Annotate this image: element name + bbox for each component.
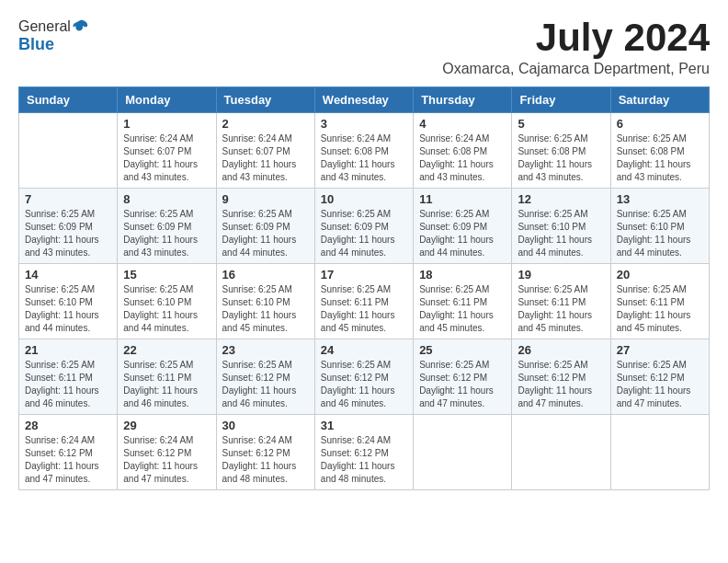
calendar-header-sunday: Sunday xyxy=(19,87,118,113)
day-number: 9 xyxy=(222,192,309,206)
logo-general-text: General xyxy=(18,18,71,35)
day-info: Sunrise: 6:25 AMSunset: 6:11 PMDaylight:… xyxy=(419,283,506,335)
day-info: Sunrise: 6:25 AMSunset: 6:11 PMDaylight:… xyxy=(321,283,407,335)
calendar-cell: 29Sunrise: 6:24 AMSunset: 6:12 PMDayligh… xyxy=(118,415,216,490)
calendar-cell: 9Sunrise: 6:25 AMSunset: 6:09 PMDaylight… xyxy=(216,189,314,264)
logo: General Blue xyxy=(18,18,89,54)
calendar-cell: 23Sunrise: 6:25 AMSunset: 6:12 PMDayligh… xyxy=(216,339,314,415)
day-number: 4 xyxy=(419,117,506,131)
day-info: Sunrise: 6:24 AMSunset: 6:07 PMDaylight:… xyxy=(222,132,309,184)
calendar-cell: 6Sunrise: 6:25 AMSunset: 6:08 PMDaylight… xyxy=(610,113,709,189)
logo-bird-icon xyxy=(73,18,89,35)
day-number: 18 xyxy=(419,268,506,282)
calendar-cell xyxy=(19,113,118,189)
day-number: 1 xyxy=(123,117,210,131)
day-info: Sunrise: 6:25 AMSunset: 6:12 PMDaylight:… xyxy=(518,359,604,410)
day-info: Sunrise: 6:25 AMSunset: 6:12 PMDaylight:… xyxy=(321,359,407,410)
day-number: 3 xyxy=(321,117,407,131)
day-info: Sunrise: 6:25 AMSunset: 6:12 PMDaylight:… xyxy=(617,359,703,410)
calendar-cell: 4Sunrise: 6:24 AMSunset: 6:08 PMDaylight… xyxy=(414,113,512,189)
day-number: 16 xyxy=(222,268,309,282)
calendar-cell: 25Sunrise: 6:25 AMSunset: 6:12 PMDayligh… xyxy=(414,339,512,415)
day-number: 30 xyxy=(222,419,309,432)
calendar-cell xyxy=(512,415,610,490)
calendar-cell: 3Sunrise: 6:24 AMSunset: 6:08 PMDaylight… xyxy=(314,113,413,189)
calendar-cell: 26Sunrise: 6:25 AMSunset: 6:12 PMDayligh… xyxy=(512,339,610,415)
calendar-cell: 11Sunrise: 6:25 AMSunset: 6:09 PMDayligh… xyxy=(414,189,512,264)
day-info: Sunrise: 6:25 AMSunset: 6:09 PMDaylight:… xyxy=(222,208,309,259)
day-number: 26 xyxy=(518,343,604,357)
day-number: 14 xyxy=(25,268,111,282)
day-number: 8 xyxy=(123,192,210,206)
day-number: 2 xyxy=(222,117,309,131)
day-number: 19 xyxy=(518,268,604,282)
day-info: Sunrise: 6:25 AMSunset: 6:09 PMDaylight:… xyxy=(123,208,210,259)
day-info: Sunrise: 6:25 AMSunset: 6:08 PMDaylight:… xyxy=(617,132,703,184)
day-info: Sunrise: 6:25 AMSunset: 6:10 PMDaylight:… xyxy=(617,208,703,259)
day-number: 24 xyxy=(321,343,407,357)
day-number: 5 xyxy=(518,117,604,131)
calendar-cell: 1Sunrise: 6:24 AMSunset: 6:07 PMDaylight… xyxy=(118,113,216,189)
day-number: 27 xyxy=(617,343,703,357)
day-number: 22 xyxy=(123,343,210,357)
calendar-cell: 16Sunrise: 6:25 AMSunset: 6:10 PMDayligh… xyxy=(216,264,314,339)
calendar-week-row: 14Sunrise: 6:25 AMSunset: 6:10 PMDayligh… xyxy=(19,264,710,339)
day-number: 13 xyxy=(617,192,703,206)
calendar-header-tuesday: Tuesday xyxy=(216,87,314,113)
calendar-cell: 7Sunrise: 6:25 AMSunset: 6:09 PMDaylight… xyxy=(19,189,118,264)
day-info: Sunrise: 6:25 AMSunset: 6:10 PMDaylight:… xyxy=(25,283,111,335)
day-info: Sunrise: 6:25 AMSunset: 6:11 PMDaylight:… xyxy=(25,359,111,410)
day-number: 25 xyxy=(419,343,506,357)
page-header: General Blue July 2024 Oxamarca, Cajamar… xyxy=(18,18,710,77)
calendar-cell: 22Sunrise: 6:25 AMSunset: 6:11 PMDayligh… xyxy=(118,339,216,415)
day-number: 31 xyxy=(321,419,407,432)
day-info: Sunrise: 6:25 AMSunset: 6:09 PMDaylight:… xyxy=(25,208,111,259)
day-info: Sunrise: 6:24 AMSunset: 6:12 PMDaylight:… xyxy=(222,434,309,486)
day-info: Sunrise: 6:24 AMSunset: 6:08 PMDaylight:… xyxy=(321,132,407,184)
day-info: Sunrise: 6:25 AMSunset: 6:12 PMDaylight:… xyxy=(419,359,506,410)
day-info: Sunrise: 6:25 AMSunset: 6:10 PMDaylight:… xyxy=(518,208,604,259)
calendar-cell xyxy=(610,415,709,490)
calendar-cell: 12Sunrise: 6:25 AMSunset: 6:10 PMDayligh… xyxy=(512,189,610,264)
calendar-cell: 10Sunrise: 6:25 AMSunset: 6:09 PMDayligh… xyxy=(314,189,413,264)
calendar-header-thursday: Thursday xyxy=(414,87,512,113)
calendar-week-row: 1Sunrise: 6:24 AMSunset: 6:07 PMDaylight… xyxy=(19,113,710,189)
calendar-cell: 28Sunrise: 6:24 AMSunset: 6:12 PMDayligh… xyxy=(19,415,118,490)
day-info: Sunrise: 6:25 AMSunset: 6:12 PMDaylight:… xyxy=(222,359,309,410)
day-number: 29 xyxy=(123,419,210,432)
calendar-cell: 15Sunrise: 6:25 AMSunset: 6:10 PMDayligh… xyxy=(118,264,216,339)
day-info: Sunrise: 6:25 AMSunset: 6:08 PMDaylight:… xyxy=(518,132,604,184)
calendar-cell: 30Sunrise: 6:24 AMSunset: 6:12 PMDayligh… xyxy=(216,415,314,490)
calendar-table: SundayMondayTuesdayWednesdayThursdayFrid… xyxy=(18,86,710,490)
day-info: Sunrise: 6:25 AMSunset: 6:11 PMDaylight:… xyxy=(123,359,210,410)
calendar-header-monday: Monday xyxy=(118,87,216,113)
day-number: 23 xyxy=(222,343,309,357)
calendar-cell: 31Sunrise: 6:24 AMSunset: 6:12 PMDayligh… xyxy=(314,415,413,490)
calendar-cell: 5Sunrise: 6:25 AMSunset: 6:08 PMDaylight… xyxy=(512,113,610,189)
calendar-cell: 18Sunrise: 6:25 AMSunset: 6:11 PMDayligh… xyxy=(414,264,512,339)
day-info: Sunrise: 6:25 AMSunset: 6:10 PMDaylight:… xyxy=(222,283,309,335)
calendar-cell: 13Sunrise: 6:25 AMSunset: 6:10 PMDayligh… xyxy=(610,189,709,264)
calendar-week-row: 28Sunrise: 6:24 AMSunset: 6:12 PMDayligh… xyxy=(19,415,710,490)
day-info: Sunrise: 6:24 AMSunset: 6:12 PMDaylight:… xyxy=(321,434,407,486)
day-info: Sunrise: 6:25 AMSunset: 6:09 PMDaylight:… xyxy=(419,208,506,259)
day-number: 20 xyxy=(617,268,703,282)
title-area: July 2024 Oxamarca, Cajamarca Department… xyxy=(442,18,710,77)
calendar-cell: 20Sunrise: 6:25 AMSunset: 6:11 PMDayligh… xyxy=(610,264,709,339)
day-number: 10 xyxy=(321,192,407,206)
calendar-cell: 21Sunrise: 6:25 AMSunset: 6:11 PMDayligh… xyxy=(19,339,118,415)
calendar-header-friday: Friday xyxy=(512,87,610,113)
day-info: Sunrise: 6:24 AMSunset: 6:08 PMDaylight:… xyxy=(419,132,506,184)
day-number: 28 xyxy=(25,419,111,432)
day-number: 15 xyxy=(123,268,210,282)
day-info: Sunrise: 6:24 AMSunset: 6:07 PMDaylight:… xyxy=(123,132,210,184)
calendar-cell xyxy=(414,415,512,490)
calendar-cell: 24Sunrise: 6:25 AMSunset: 6:12 PMDayligh… xyxy=(314,339,413,415)
day-info: Sunrise: 6:25 AMSunset: 6:10 PMDaylight:… xyxy=(123,283,210,335)
calendar-week-row: 7Sunrise: 6:25 AMSunset: 6:09 PMDaylight… xyxy=(19,189,710,264)
day-info: Sunrise: 6:24 AMSunset: 6:12 PMDaylight:… xyxy=(123,434,210,486)
location-title: Oxamarca, Cajamarca Department, Peru xyxy=(442,61,710,77)
day-number: 12 xyxy=(518,192,604,206)
calendar-cell: 19Sunrise: 6:25 AMSunset: 6:11 PMDayligh… xyxy=(512,264,610,339)
day-info: Sunrise: 6:24 AMSunset: 6:12 PMDaylight:… xyxy=(25,434,111,486)
